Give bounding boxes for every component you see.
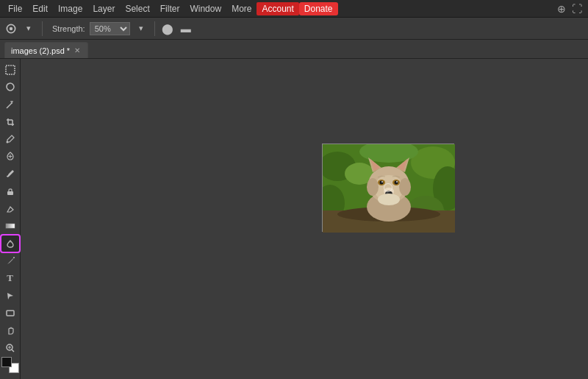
tab-close-button[interactable]: ✕ xyxy=(73,46,82,54)
tabbar: images (2).psd * ✕ xyxy=(0,40,588,59)
brush-options-icon[interactable]: ▾ xyxy=(22,22,35,35)
svg-line-4 xyxy=(7,103,12,108)
brush-shape-flat-icon[interactable]: ▬ xyxy=(181,23,191,35)
svg-point-50 xyxy=(367,178,379,196)
svg-point-51 xyxy=(399,178,411,196)
menu-image[interactable]: Image xyxy=(53,2,87,15)
svg-point-52 xyxy=(378,194,400,205)
healing-tool[interactable] xyxy=(1,149,19,165)
svg-point-45 xyxy=(396,181,398,183)
menu-more[interactable]: More xyxy=(226,2,257,15)
menu-select[interactable]: Select xyxy=(120,2,154,15)
path-selection-tool[interactable] xyxy=(1,288,19,304)
svg-point-7 xyxy=(11,102,12,104)
zoom-tool[interactable] xyxy=(1,340,19,356)
menu-window[interactable]: Window xyxy=(184,2,226,15)
strength-label: Strength: xyxy=(52,24,85,33)
marquee-tool[interactable] xyxy=(1,62,19,78)
left-toolbar: T xyxy=(0,59,21,379)
menu-donate[interactable]: Donate xyxy=(299,2,338,15)
strength-select[interactable]: 50% 10% 20% 30% 40% 60% 70% 80% 90% 100% xyxy=(90,22,130,35)
svg-point-48 xyxy=(387,192,389,194)
lasso-tool[interactable] xyxy=(1,79,19,96)
svg-point-43 xyxy=(395,181,398,185)
magic-wand-tool[interactable] xyxy=(1,96,19,113)
text-icon: T xyxy=(7,272,13,284)
text-tool[interactable]: T xyxy=(1,270,19,286)
separator-2 xyxy=(154,21,155,36)
foreground-color-box[interactable] xyxy=(1,357,12,367)
menu-filter[interactable]: Filter xyxy=(155,2,185,15)
svg-point-17 xyxy=(13,257,15,258)
menu-account[interactable]: Account xyxy=(257,2,298,15)
menu-file[interactable]: File xyxy=(3,2,27,15)
brush-shape-round-icon[interactable]: ⬤ xyxy=(162,23,173,35)
options-toolbar: ▾ Strength: 50% 10% 20% 30% 40% 60% 70% … xyxy=(0,18,588,40)
burn-tool[interactable] xyxy=(1,235,19,252)
pen-tool[interactable] xyxy=(1,253,19,269)
canvas-area xyxy=(21,59,588,379)
tab-images-psd[interactable]: images (2).psd * ✕ xyxy=(4,42,88,58)
separator-1 xyxy=(42,21,43,36)
image-center-handle[interactable] xyxy=(384,183,392,192)
svg-rect-18 xyxy=(7,311,14,316)
brush-icon xyxy=(4,22,18,35)
svg-rect-16 xyxy=(6,224,15,228)
fullscreen-icon[interactable]: ⛶ xyxy=(569,3,585,15)
svg-point-12 xyxy=(6,141,8,144)
tab-label: images (2).psd * xyxy=(11,46,70,55)
svg-rect-15 xyxy=(7,191,13,195)
menu-layer[interactable]: Layer xyxy=(87,2,120,15)
zoom-fit-icon[interactable]: ⊕ xyxy=(554,3,569,15)
shape-tool[interactable] xyxy=(1,305,19,322)
gradient-tool[interactable] xyxy=(1,218,19,234)
menubar: File Edit Image Layer Select Filter Wind… xyxy=(0,0,588,18)
menu-edit[interactable]: Edit xyxy=(27,2,53,15)
main-area: T xyxy=(0,59,588,379)
canvas-image xyxy=(322,144,454,232)
svg-point-44 xyxy=(381,181,383,183)
svg-line-3 xyxy=(9,83,10,84)
svg-point-42 xyxy=(380,181,384,185)
svg-rect-2 xyxy=(6,65,15,74)
crop-tool[interactable] xyxy=(1,114,19,130)
eraser-tool[interactable] xyxy=(1,201,19,217)
brush-tool[interactable] xyxy=(1,166,19,183)
svg-line-20 xyxy=(12,350,14,352)
eyedropper-tool[interactable] xyxy=(1,131,19,147)
stamp-tool[interactable] xyxy=(1,183,19,199)
hand-tool[interactable] xyxy=(1,322,19,339)
dropdown-arrow-icon: ▾ xyxy=(135,22,148,35)
foreground-background-colors[interactable] xyxy=(1,357,19,373)
svg-point-1 xyxy=(10,26,13,30)
